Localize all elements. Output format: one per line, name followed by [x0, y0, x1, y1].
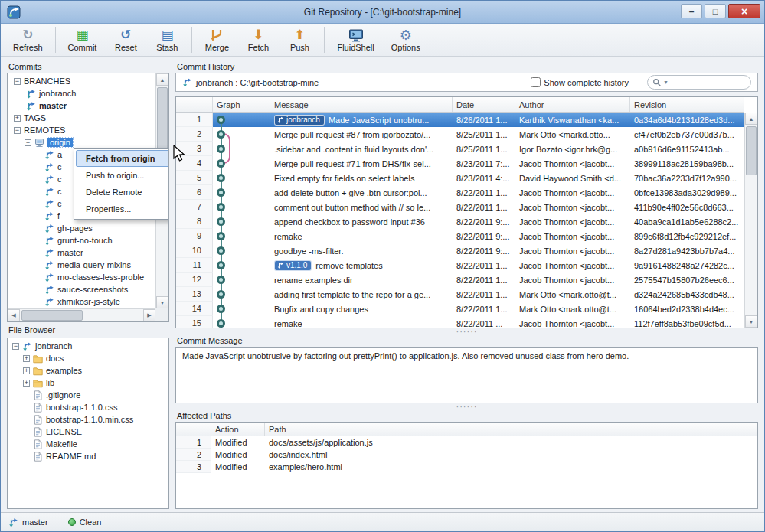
tree-node-branches[interactable]: BRANCHES: [8, 75, 155, 87]
column-header-author[interactable]: Author: [515, 97, 630, 112]
commit-message-box[interactable]: Made JavaScript unobtrusive by factoring…: [175, 347, 758, 403]
horizontal-splitter[interactable]: [175, 328, 758, 335]
commit-row[interactable]: 13 adding first template to the repo for…: [176, 287, 744, 302]
collapse-icon[interactable]: [12, 343, 19, 350]
scroll-thumb[interactable]: [746, 126, 757, 175]
horizontal-splitter[interactable]: [175, 403, 758, 410]
commit-message-cell: Merge pull request #71 from DHS/fix-sel.…: [270, 156, 453, 171]
expand-icon[interactable]: [23, 355, 30, 362]
tree-item-file[interactable]: bootstrap-1.1.0.css: [8, 401, 168, 413]
push-button[interactable]: ⬆ Push: [283, 26, 316, 54]
history-vertical-scrollbar[interactable]: ▲ ▼: [744, 113, 757, 328]
scroll-track[interactable]: [745, 125, 757, 315]
fetch-button[interactable]: ⬇ Fetch: [241, 26, 275, 54]
scroll-track[interactable]: [20, 309, 143, 321]
commit-row[interactable]: 12 rename examples dir 8/22/2011 1... Ja…: [176, 273, 744, 287]
scroll-up-button[interactable]: ▲: [156, 73, 168, 86]
merge-button[interactable]: Merge: [200, 26, 234, 54]
tree-item-folder[interactable]: docs: [8, 352, 168, 364]
branch-icon: [44, 175, 54, 184]
affected-path-row[interactable]: 3 Modified examples/hero.html: [176, 461, 757, 473]
commit-row[interactable]: 1 jonbranch Made JavaScript unobtru... 8…: [176, 113, 744, 127]
context-menu-item[interactable]: Fetch from origin: [76, 150, 169, 167]
expand-icon[interactable]: [14, 115, 21, 122]
stash-button[interactable]: ▤ Stash: [150, 26, 184, 54]
tree-item-branch[interactable]: jonbranch: [8, 87, 155, 100]
commit-row[interactable]: 10 goodbye -ms-filter. 8/22/2011 9:... J…: [176, 243, 744, 258]
maximize-button[interactable]: [705, 4, 726, 18]
column-header-date[interactable]: Date: [453, 97, 515, 112]
tree-item-file[interactable]: LICENSE: [8, 426, 168, 438]
show-complete-history-checkbox[interactable]: [531, 77, 541, 87]
tree-item-folder[interactable]: lib: [8, 377, 168, 389]
commit-row[interactable]: 11 v1.1.0 remove templates 8/22/2011 1..…: [176, 258, 744, 273]
tree-node-root-branch[interactable]: jonbranch: [8, 340, 168, 352]
scroll-thumb[interactable]: [21, 310, 83, 321]
affected-path-row[interactable]: 1 Modified docs/assets/js/application.js: [176, 436, 757, 449]
toolbar-separator: [55, 27, 56, 53]
column-header-graph[interactable]: Graph: [213, 97, 270, 112]
tree-item-remote-branch[interactable]: gh-pages: [8, 222, 155, 234]
close-button[interactable]: [728, 4, 760, 18]
commit-row[interactable]: 9 remake 8/22/2011 9:... Jacob Thornton …: [176, 229, 744, 243]
collapse-icon[interactable]: [14, 127, 21, 134]
commits-horizontal-scrollbar[interactable]: ◀ ▶: [8, 308, 155, 321]
collapse-icon[interactable]: [14, 78, 21, 85]
scroll-up-button[interactable]: ▲: [745, 113, 757, 125]
tree-item-remote-branch[interactable]: sauce-screenshots: [8, 283, 155, 295]
commit-row[interactable]: 14 Bugfix and copy changes 8/22/2011 1..…: [176, 302, 744, 316]
context-menu-item[interactable]: Push to origin...: [76, 167, 169, 184]
tree-node-remotes[interactable]: REMOTES: [8, 124, 155, 136]
column-header-action[interactable]: Action: [211, 423, 265, 436]
column-header-path[interactable]: Path: [265, 423, 757, 436]
expand-icon[interactable]: [23, 380, 30, 387]
fluidshell-button[interactable]: FluidShell: [332, 26, 378, 54]
context-menu-item[interactable]: Properties...: [76, 201, 169, 217]
commit-row[interactable]: 6 add delete button + give .btn cursor:p…: [176, 185, 744, 200]
commit-row[interactable]: 7 comment out button method with // so l…: [176, 200, 744, 214]
scroll-thumb[interactable]: [157, 87, 168, 156]
scroll-down-button[interactable]: ▼: [745, 315, 757, 328]
column-header-revision[interactable]: Revision: [630, 97, 744, 112]
tree-item-branch[interactable]: master: [8, 100, 155, 112]
commit-button[interactable]: ▦ Commit: [64, 26, 102, 54]
column-header-index[interactable]: [176, 423, 211, 436]
options-button[interactable]: ⚙ Options: [387, 26, 425, 54]
commit-row[interactable]: 15 remake 8/22/2011 ... Jacob Thornton <…: [176, 316, 744, 328]
tree-item-folder[interactable]: examples: [8, 364, 168, 377]
search-box[interactable]: ▼: [647, 75, 751, 90]
search-input[interactable]: [670, 78, 746, 87]
column-header-message[interactable]: Message: [270, 97, 453, 112]
scroll-left-button[interactable]: ◀: [8, 309, 20, 321]
affected-path-row[interactable]: 2 Modified docs/index.html: [176, 449, 757, 461]
graph-cell: [213, 127, 270, 142]
column-header-index[interactable]: [176, 97, 213, 112]
context-menu-item[interactable]: Delete Remote: [76, 184, 169, 201]
expand-icon[interactable]: [23, 367, 30, 374]
commit-history-tab[interactable]: Commit History: [175, 60, 758, 73]
tree-node-origin[interactable]: origin: [8, 136, 155, 149]
tree-item-remote-branch[interactable]: xhmikosr-js-style: [8, 295, 155, 308]
tree-item-file[interactable]: bootstrap-1.1.0.min.css: [8, 413, 168, 426]
scroll-down-button[interactable]: ▼: [156, 296, 168, 308]
refresh-button[interactable]: ↻ Refresh: [8, 26, 47, 54]
search-options-arrow-icon[interactable]: ▼: [663, 80, 669, 85]
commit-row[interactable]: 4 Merge pull request #71 from DHS/fix-se…: [176, 156, 744, 171]
tree-item-file[interactable]: README.md: [8, 450, 168, 462]
commit-row[interactable]: 5 Fixed empty for fields on select label…: [176, 171, 744, 185]
tree-item-file[interactable]: Makefile: [8, 438, 168, 450]
commit-row[interactable]: 3 .sidebar and .content in fluid layouts…: [176, 142, 744, 156]
tree-item-remote-branch[interactable]: media-query-mixins: [8, 259, 155, 271]
collapse-icon[interactable]: [25, 139, 31, 146]
tree-item-remote-branch[interactable]: master: [8, 246, 155, 259]
minimize-button[interactable]: [681, 4, 702, 18]
reset-button[interactable]: ↺ Reset: [109, 26, 142, 54]
tree-item-remote-branch[interactable]: grunt-no-touch: [8, 234, 155, 246]
tree-item-file[interactable]: .gitignore: [8, 389, 168, 401]
titlebar[interactable]: Git Repository - [C:\git-bootstrap-mine]: [1, 1, 764, 24]
tree-node-tags[interactable]: TAGS: [8, 112, 155, 124]
commit-row[interactable]: 8 append checkbox to password input #36 …: [176, 214, 744, 229]
tree-item-remote-branch[interactable]: mo-classes-less-proble: [8, 271, 155, 283]
scroll-right-button[interactable]: ▶: [143, 309, 155, 321]
commit-row[interactable]: 2 Merge pull request #87 from igorbozato…: [176, 127, 744, 142]
